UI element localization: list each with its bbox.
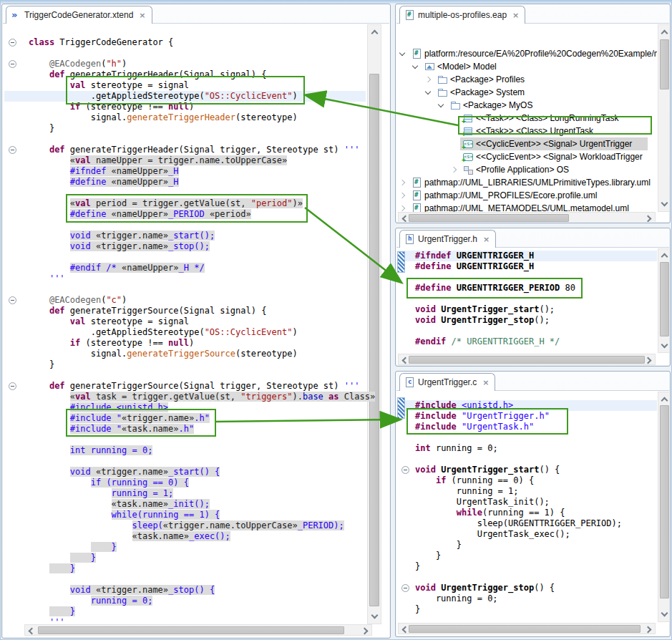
tree-row[interactable]: <Package> MyOS	[398, 99, 657, 112]
code-line: val stereotype = signal	[29, 80, 189, 91]
scroll-down-icon[interactable]	[371, 612, 379, 619]
chevron-right-icon[interactable]	[425, 77, 431, 82]
scroll-down-icon[interactable]	[661, 341, 668, 349]
scroll-right-icon[interactable]	[645, 215, 652, 222]
close-icon[interactable]: ×	[482, 378, 489, 387]
tree-row[interactable]: +<<CyclicEvent>> <Signal> WorkloadTrigge…	[398, 150, 657, 163]
chevron-down-icon[interactable]	[412, 63, 418, 69]
scroll-left-icon[interactable]	[29, 628, 36, 635]
code-line: «val nameUpper = trigger.name.toUpperCas…	[29, 155, 287, 166]
code-line: signal.generateTriggerSource(stereotype)	[29, 349, 298, 359]
close-icon[interactable]: ×	[512, 11, 519, 20]
tree-row-label: <<CyclicEvent>> <Signal> WorkloadTrigger	[476, 150, 643, 163]
scroll-down-icon[interactable]	[661, 200, 668, 207]
tree-row[interactable]: <Model> Model	[398, 60, 657, 73]
code-line: def generateTriggerSource(Signal signal)…	[29, 306, 266, 316]
fold-collapse-icon[interactable]	[9, 296, 16, 304]
vertical-scrollbar[interactable]	[367, 24, 381, 624]
scrollbar-thumb[interactable]	[38, 626, 344, 634]
tree-row[interactable]: <Package> System	[398, 86, 657, 99]
code-line: def generateTriggerSource(Signal trigger…	[29, 381, 359, 392]
tree-row[interactable]: +<<Task>> <Class> UrgentTask	[398, 125, 657, 137]
tree-row-label: pathmap://UML_LIBRARIES/UMLPrimitiveType…	[424, 176, 651, 189]
code-line: }	[415, 561, 420, 572]
code-line: void UrgentTrigger_start();	[415, 304, 555, 315]
tree-row[interactable]: pathmap://UML_PROFILES/Ecore.profile.uml	[398, 189, 657, 202]
code-line: }	[415, 551, 441, 561]
tab-label: UrgentTrigger.c	[418, 377, 477, 387]
fold-collapse-icon[interactable]	[9, 60, 16, 68]
scrollbar-thumb[interactable]	[660, 39, 669, 89]
horizontal-scrollbar[interactable]	[24, 624, 372, 636]
chevron-right-icon[interactable]	[399, 193, 405, 198]
code-line: void «trigger.name»_stop() {	[29, 585, 215, 596]
xtend-code-area[interactable]: class TriggerCodeGenerator { @EACodegen(…	[3, 23, 389, 637]
c-code-area[interactable]: #include <unistd.h>#include "UrgentTrigg…	[396, 390, 669, 636]
scrollbar-thumb[interactable]	[409, 214, 569, 222]
tab-urgenttrigger-h[interactable]: UrgentTrigger.h ×	[399, 230, 496, 248]
fold-collapse-icon[interactable]	[9, 382, 16, 390]
fold-collapse-icon[interactable]	[9, 39, 16, 47]
horizontal-scrollbar[interactable]	[398, 623, 656, 634]
eap-model-icon	[404, 10, 414, 20]
tree-row[interactable]: platform:/resource/EA%20Profile%20Codege…	[398, 47, 657, 60]
code-line: void UrgentTrigger_stop();	[415, 315, 550, 326]
vertical-scrollbar[interactable]	[658, 24, 669, 212]
scroll-up-icon[interactable]	[371, 30, 379, 37]
folder-icon	[437, 87, 447, 97]
scroll-left-icon[interactable]	[402, 626, 409, 634]
chevron-down-icon[interactable]	[438, 102, 444, 107]
code-line: if (stereotype !== null)	[29, 338, 194, 349]
model-tree-area[interactable]: platform:/resource/EA%20Profile%20Codege…	[396, 23, 669, 222]
folder-icon	[437, 74, 447, 84]
code-line: void «trigger.name»_start();	[29, 231, 215, 241]
vertical-scrollbar[interactable]	[658, 248, 669, 353]
scrollbar-thumb[interactable]	[660, 262, 669, 336]
fold-collapse-icon[interactable]	[401, 466, 409, 474]
scrollbar-thumb[interactable]	[660, 405, 669, 598]
scroll-right-icon[interactable]	[645, 357, 652, 364]
scroll-right-icon[interactable]	[645, 626, 652, 634]
scroll-left-icon[interactable]	[402, 357, 409, 364]
scroll-right-icon[interactable]	[361, 628, 369, 635]
scroll-up-icon[interactable]	[661, 253, 668, 261]
scrollbar-thumb[interactable]	[409, 625, 641, 633]
tree-row[interactable]: pathmap://UML_LIBRARIES/UMLPrimitiveType…	[398, 176, 657, 189]
signal-add-icon: +	[463, 139, 473, 149]
chevron-down-icon[interactable]	[399, 50, 405, 56]
scroll-left-icon[interactable]	[402, 215, 409, 222]
tab-multiple-os-profiles-eap[interactable]: multiple-os-profiles.eap ×	[399, 6, 525, 24]
code-line: sleep(URGENTTRIGGER_PERIOD);	[415, 518, 622, 529]
h-code-area[interactable]: #ifndef URGENTTRIGGER_H#define URGENTTRI…	[396, 247, 669, 365]
code-line: '''	[29, 617, 65, 628]
fold-collapse-icon[interactable]	[9, 146, 16, 154]
vertical-scrollbar[interactable]	[658, 392, 669, 622]
close-icon[interactable]: ×	[139, 11, 145, 20]
model-icon	[424, 62, 434, 72]
model-file-icon	[412, 190, 422, 200]
scrollbar-thumb[interactable]	[409, 356, 645, 364]
chevron-down-icon[interactable]	[425, 89, 431, 94]
code-line: sleep(«trigger.name.toUpperCase»_PERIOD)…	[29, 520, 344, 531]
scroll-down-icon[interactable]	[661, 610, 668, 617]
chevron-right-icon[interactable]	[451, 167, 457, 173]
fold-collapse-icon[interactable]	[401, 584, 409, 592]
horizontal-scrollbar[interactable]	[398, 354, 656, 365]
tab-label: multiple-os-profiles.eap	[418, 10, 507, 20]
horizontal-scrollbar[interactable]	[398, 212, 656, 222]
linked-range-indicator	[397, 397, 405, 419]
tree-row[interactable]: <Profile Application> OS	[398, 163, 657, 176]
tree-row[interactable]: <Package> Profiles	[398, 73, 657, 86]
scrollbar-thumb[interactable]	[369, 74, 379, 606]
code-line: int running = 0;	[415, 443, 498, 454]
tab-triggercodegenerator-xtend[interactable]: TriggerCodeGenerator.xtend ×	[6, 6, 152, 24]
tab-urgenttrigger-c[interactable]: UrgentTrigger.c ×	[399, 373, 495, 391]
tree-row-label: <Package> MyOS	[463, 99, 532, 112]
chevron-right-icon[interactable]	[399, 205, 405, 211]
tree-row[interactable]: +<<Task>> <Class> LongRunningTask	[398, 112, 657, 125]
close-icon[interactable]: ×	[483, 235, 490, 244]
chevron-right-icon[interactable]	[399, 180, 405, 185]
tree-row[interactable]: +<<CyclicEvent>> <Signal> UrgentTrigger	[398, 137, 657, 150]
scroll-up-icon[interactable]	[661, 397, 668, 404]
scroll-up-icon[interactable]	[661, 30, 668, 37]
